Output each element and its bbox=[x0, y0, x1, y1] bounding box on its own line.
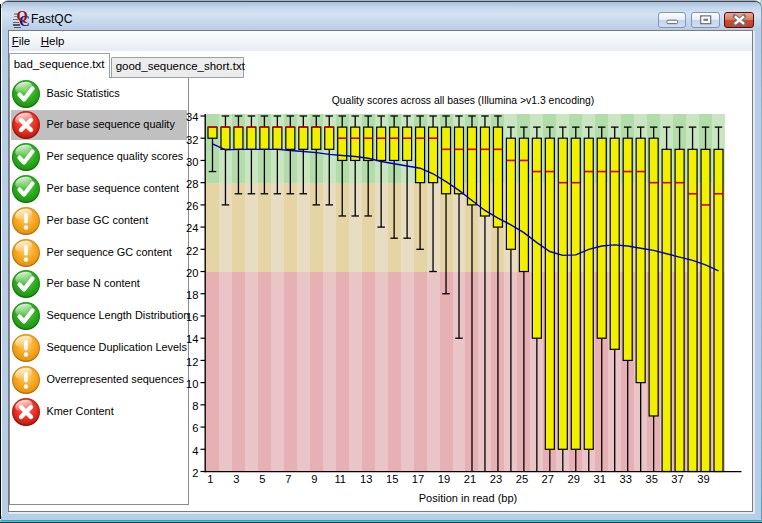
svg-text:29: 29 bbox=[568, 473, 580, 485]
svg-text:23: 23 bbox=[490, 473, 502, 485]
svg-text:32: 32 bbox=[186, 134, 198, 146]
svg-text:10: 10 bbox=[186, 378, 198, 390]
svg-text:2: 2 bbox=[192, 467, 198, 479]
svg-text:39: 39 bbox=[697, 473, 709, 485]
svg-text:8: 8 bbox=[192, 400, 198, 412]
svg-text:13: 13 bbox=[360, 473, 372, 485]
svg-text:19: 19 bbox=[438, 473, 450, 485]
svg-text:33: 33 bbox=[619, 473, 631, 485]
svg-text:18: 18 bbox=[186, 289, 198, 301]
svg-text:4: 4 bbox=[192, 445, 198, 457]
svg-text:35: 35 bbox=[645, 473, 657, 485]
svg-text:Quality scores across all base: Quality scores across all bases (Illumin… bbox=[332, 95, 595, 106]
svg-text:24: 24 bbox=[186, 222, 198, 234]
svg-text:15: 15 bbox=[386, 473, 398, 485]
svg-text:17: 17 bbox=[412, 473, 424, 485]
svg-text:12: 12 bbox=[186, 356, 198, 368]
svg-text:25: 25 bbox=[516, 473, 528, 485]
svg-text:11: 11 bbox=[334, 473, 346, 485]
svg-text:7: 7 bbox=[285, 473, 291, 485]
svg-text:16: 16 bbox=[186, 311, 198, 323]
svg-text:21: 21 bbox=[464, 473, 476, 485]
svg-text:28: 28 bbox=[186, 178, 198, 190]
svg-text:31: 31 bbox=[594, 473, 606, 485]
svg-text:22: 22 bbox=[186, 245, 198, 257]
svg-text:34: 34 bbox=[186, 111, 198, 123]
svg-text:26: 26 bbox=[186, 200, 198, 212]
svg-text:1: 1 bbox=[207, 473, 213, 485]
svg-text:9: 9 bbox=[311, 473, 317, 485]
svg-text:6: 6 bbox=[192, 422, 198, 434]
svg-text:37: 37 bbox=[671, 473, 683, 485]
svg-text:20: 20 bbox=[186, 267, 198, 279]
svg-text:30: 30 bbox=[186, 156, 198, 168]
svg-text:14: 14 bbox=[186, 333, 198, 345]
svg-text:Position in read (bp): Position in read (bp) bbox=[419, 492, 517, 504]
svg-text:5: 5 bbox=[259, 473, 265, 485]
svg-text:3: 3 bbox=[233, 473, 239, 485]
svg-text:27: 27 bbox=[542, 473, 554, 485]
